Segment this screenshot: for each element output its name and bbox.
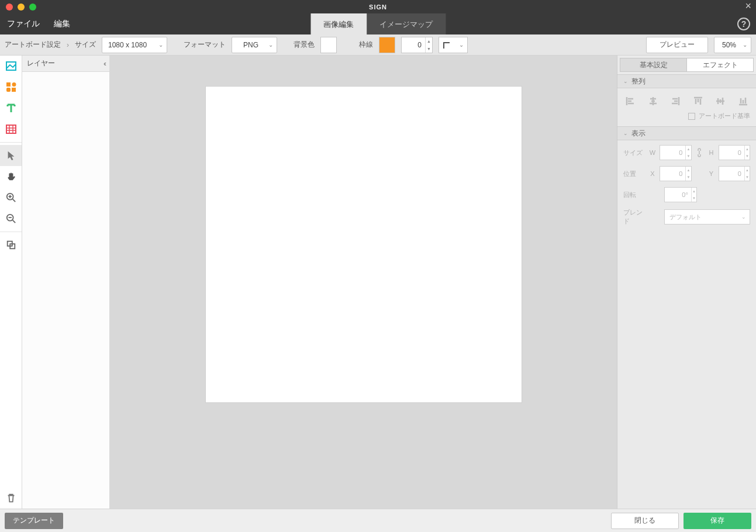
format-label: フォーマット bbox=[184, 40, 226, 50]
align-top-icon[interactable] bbox=[692, 95, 704, 107]
width-input[interactable]: ▲▼ bbox=[660, 145, 692, 160]
footer-bar: テンプレート 閉じる 保存 bbox=[0, 509, 756, 532]
mode-tabs: 画像編集 イメージマップ bbox=[310, 13, 446, 34]
tab-effects[interactable]: エフェクト bbox=[686, 58, 754, 72]
spin-up-icon[interactable]: ▲ bbox=[426, 37, 432, 45]
bg-color-label: 背景色 bbox=[294, 40, 315, 50]
tab-image-map[interactable]: イメージマップ bbox=[367, 13, 446, 34]
corner-icon bbox=[443, 40, 452, 50]
rotation-label: 回転 bbox=[623, 191, 645, 199]
section-align-title: 整列 bbox=[631, 77, 645, 87]
artboard-size-select[interactable]: 1080 x 1080 ⌄ bbox=[102, 37, 167, 53]
text-icon bbox=[5, 102, 17, 114]
hand-icon bbox=[6, 171, 16, 182]
border-style-select[interactable]: ⌄ bbox=[439, 37, 468, 53]
spin-up-icon[interactable]: ▲ bbox=[692, 188, 696, 195]
tool-hand[interactable] bbox=[0, 166, 22, 187]
layers-panel-header: レイヤー ‹‹ bbox=[22, 56, 109, 72]
window-zoom-icon[interactable] bbox=[29, 4, 36, 11]
blend-mode-select[interactable]: デフォルト ⌄ bbox=[664, 209, 750, 224]
spin-up-icon[interactable]: ▲ bbox=[686, 146, 691, 153]
artboard-reference-checkbox[interactable] bbox=[688, 113, 695, 120]
format-select[interactable]: PNG ⌄ bbox=[232, 37, 277, 53]
section-align-header[interactable]: ⌄ 整列 bbox=[617, 74, 756, 88]
tool-shapes[interactable] bbox=[0, 77, 22, 98]
preview-button[interactable]: プレビュー bbox=[646, 37, 708, 53]
zoom-select[interactable]: 50% ⌄ bbox=[714, 37, 751, 53]
inspector-panel: 基本設定 エフェクト ⌄ 整列 アートボード基準 bbox=[617, 56, 756, 509]
options-bar: アートボード設定 › サイズ 1080 x 1080 ⌄ フォーマット PNG … bbox=[0, 34, 756, 56]
border-color-swatch[interactable] bbox=[379, 37, 395, 53]
breadcrumb-sep-icon: › bbox=[67, 41, 69, 49]
chevron-down-icon: ⌄ bbox=[158, 42, 163, 48]
size-field-label: サイズ bbox=[623, 148, 645, 157]
artboard[interactable] bbox=[206, 87, 522, 402]
chevron-down-icon: ⌄ bbox=[268, 42, 273, 48]
caret-down-icon: ⌄ bbox=[623, 78, 628, 84]
align-left-icon[interactable] bbox=[624, 95, 636, 107]
tool-trash[interactable] bbox=[0, 488, 22, 509]
svg-rect-5 bbox=[6, 125, 16, 133]
chevron-down-icon: ⌄ bbox=[741, 214, 746, 220]
spin-up-icon[interactable]: ▲ bbox=[686, 167, 691, 174]
section-display-header[interactable]: ⌄ 表示 bbox=[617, 126, 756, 140]
caret-down-icon: ⌄ bbox=[623, 130, 628, 136]
chevron-down-icon: ⌄ bbox=[743, 42, 747, 48]
spin-down-icon[interactable]: ▼ bbox=[692, 195, 696, 202]
menu-edit[interactable]: 編集 bbox=[54, 19, 70, 29]
layers-title: レイヤー bbox=[27, 58, 55, 68]
align-center-h-icon[interactable] bbox=[647, 95, 659, 107]
border-width-value[interactable] bbox=[402, 37, 425, 53]
menu-file[interactable]: ファイル bbox=[7, 19, 40, 29]
position-field-label: 位置 bbox=[623, 170, 645, 178]
spin-down-icon[interactable]: ▼ bbox=[686, 153, 691, 160]
save-button[interactable]: 保存 bbox=[683, 513, 751, 529]
tab-image-edit[interactable]: 画像編集 bbox=[310, 13, 367, 34]
table-icon bbox=[5, 123, 17, 135]
spin-up-icon[interactable]: ▲ bbox=[745, 167, 750, 174]
window-close-icon[interactable] bbox=[6, 4, 13, 11]
tool-zoom-in[interactable] bbox=[0, 187, 22, 208]
spin-down-icon[interactable]: ▼ bbox=[745, 174, 750, 181]
artboard-reference-label: アートボード基準 bbox=[699, 112, 750, 120]
tool-zoom-out[interactable] bbox=[0, 208, 22, 229]
y-input[interactable]: ▲▼ bbox=[719, 166, 751, 181]
border-width-input[interactable]: ▲▼ bbox=[401, 37, 433, 53]
close-button[interactable]: 閉じる bbox=[611, 513, 679, 529]
layers-panel: レイヤー ‹‹ bbox=[22, 56, 110, 509]
height-input[interactable]: ▲▼ bbox=[719, 145, 751, 160]
link-dimensions-icon[interactable] bbox=[694, 148, 705, 157]
template-button[interactable]: テンプレート bbox=[5, 513, 63, 529]
window-minimize-icon[interactable] bbox=[18, 4, 25, 11]
spin-down-icon[interactable]: ▼ bbox=[426, 45, 432, 53]
align-center-v-icon[interactable] bbox=[714, 95, 726, 107]
spin-down-icon[interactable]: ▼ bbox=[745, 153, 750, 160]
rotation-input[interactable]: ▲▼ bbox=[664, 187, 697, 202]
x-input[interactable]: ▲▼ bbox=[660, 166, 692, 181]
close-icon[interactable]: × bbox=[745, 0, 751, 12]
image-icon bbox=[5, 60, 17, 72]
collapse-panel-icon[interactable]: ‹‹ bbox=[103, 60, 105, 68]
tool-text[interactable] bbox=[0, 98, 22, 119]
tool-select[interactable] bbox=[0, 145, 22, 166]
align-right-icon[interactable] bbox=[669, 95, 681, 107]
size-label: サイズ bbox=[75, 40, 96, 50]
x-label: X bbox=[648, 170, 657, 177]
blend-label: ブレンド bbox=[623, 208, 645, 226]
tool-duplicate[interactable] bbox=[0, 234, 22, 255]
format-value: PNG bbox=[243, 41, 258, 49]
bg-color-swatch[interactable] bbox=[320, 37, 337, 53]
spin-down-icon[interactable]: ▼ bbox=[686, 174, 691, 181]
h-label: H bbox=[707, 149, 716, 156]
tool-table[interactable] bbox=[0, 119, 22, 140]
align-bottom-icon[interactable] bbox=[737, 95, 749, 107]
svg-rect-3 bbox=[6, 88, 11, 92]
spin-up-icon[interactable]: ▲ bbox=[745, 146, 750, 153]
tool-image[interactable] bbox=[0, 56, 22, 77]
help-icon[interactable]: ? bbox=[737, 18, 750, 30]
section-align-body: アートボード基準 bbox=[617, 88, 756, 126]
section-display-body: サイズ W ▲▼ H ▲▼ 位置 X ▲▼ Y ▲▼ 回転 bbox=[617, 140, 756, 232]
tab-basic-settings[interactable]: 基本設定 bbox=[620, 58, 686, 72]
inspector-tabs: 基本設定 エフェクト bbox=[617, 56, 756, 74]
canvas-area[interactable] bbox=[110, 56, 617, 509]
